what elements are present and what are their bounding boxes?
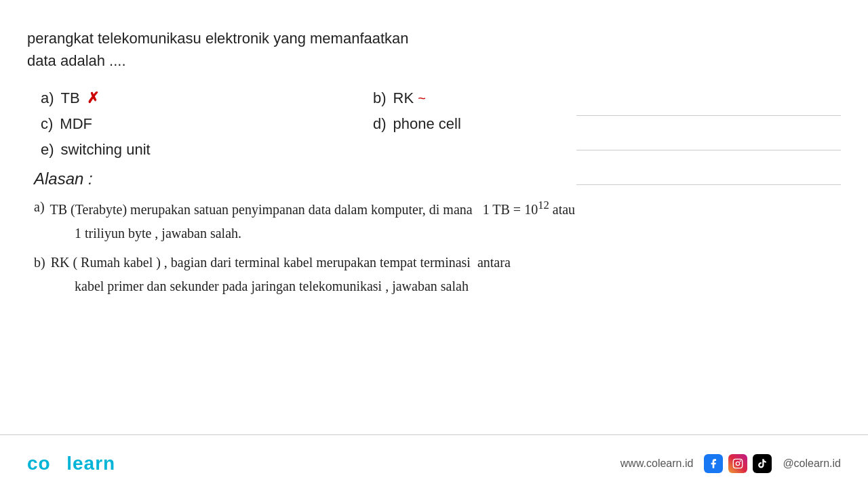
alasan-a-main: a) TB (Terabyte) merupakan satuan penyim… <box>34 195 841 222</box>
alasan-section: Alasan : a) TB (Terabyte) merupakan satu… <box>27 169 841 298</box>
option-a-value: TB <box>61 89 80 107</box>
options-section: a) TB ✗ b) RK ~ c) MDF d) phone cell <box>27 85 841 163</box>
option-e-value: switching unit <box>61 141 151 159</box>
option-a-mark: ✗ <box>87 89 99 107</box>
alasan-b-main: b) RK ( Rumah kabel ) , bagian dari term… <box>34 251 841 274</box>
option-b-label: b) <box>373 89 387 107</box>
svg-rect-0 <box>734 459 743 468</box>
alasan-item-b: b) RK ( Rumah kabel ) , bagian dari term… <box>34 251 841 298</box>
alasan-a-sub: 1 triliyun byte , jawaban salah. <box>34 222 841 245</box>
main-content: perangkat telekomunikasu elektronik yang… <box>0 0 868 298</box>
option-d-value: phone cell <box>393 115 461 133</box>
bottom-divider <box>0 434 868 435</box>
option-e: e) switching unit <box>41 141 151 159</box>
alasan-item-a: a) TB (Terabyte) merupakan satuan penyim… <box>34 195 841 245</box>
option-c: c) MDF <box>41 115 373 133</box>
option-row-e: e) switching unit <box>27 137 841 163</box>
footer-right: www.colearn.id <box>620 454 841 473</box>
brand-logo: co learn <box>27 453 115 474</box>
option-e-label: e) <box>41 141 54 159</box>
svg-point-2 <box>740 460 741 462</box>
footer: co learn www.colearn.id <box>0 439 868 488</box>
tiktok-icon <box>753 454 772 473</box>
option-row-cd: c) MDF d) phone cell <box>27 111 841 137</box>
alasan-b-text: RK ( Rumah kabel ) , bagian dari termina… <box>51 251 511 274</box>
question-text: perangkat telekomunikasu elektronik yang… <box>27 27 841 72</box>
alasan-a-label: a) <box>34 195 45 222</box>
alasan-b-label: b) <box>34 251 45 274</box>
alasan-title: Alasan : <box>34 169 841 188</box>
option-a-label: a) <box>41 89 54 107</box>
instagram-icon <box>728 454 747 473</box>
alasan-b-sub: kabel primer dan sekunder pada jaringan … <box>34 274 841 298</box>
facebook-icon <box>704 454 723 473</box>
option-d-label: d) <box>373 115 387 133</box>
option-d: d) phone cell <box>373 115 461 133</box>
option-a: a) TB ✗ <box>41 89 373 107</box>
question-line2: data adalah .... <box>27 52 126 69</box>
option-b-mark: ~ <box>418 91 426 106</box>
social-handle: @colearn.id <box>783 458 841 470</box>
option-b: b) RK ~ <box>373 89 426 107</box>
alasan-a-text: TB (Terabyte) merupakan satuan penyimpan… <box>50 195 576 222</box>
social-icons <box>704 454 772 473</box>
option-row-ab: a) TB ✗ b) RK ~ <box>27 85 841 111</box>
option-c-label: c) <box>41 115 53 133</box>
brand-learn: learn <box>66 453 115 474</box>
footer-url: www.colearn.id <box>620 458 694 470</box>
option-c-value: MDF <box>60 115 92 133</box>
question-line1: perangkat telekomunikasu elektronik yang… <box>27 30 409 47</box>
svg-point-1 <box>736 462 740 465</box>
brand-co: co <box>27 453 51 474</box>
option-b-value: RK <box>393 89 414 107</box>
